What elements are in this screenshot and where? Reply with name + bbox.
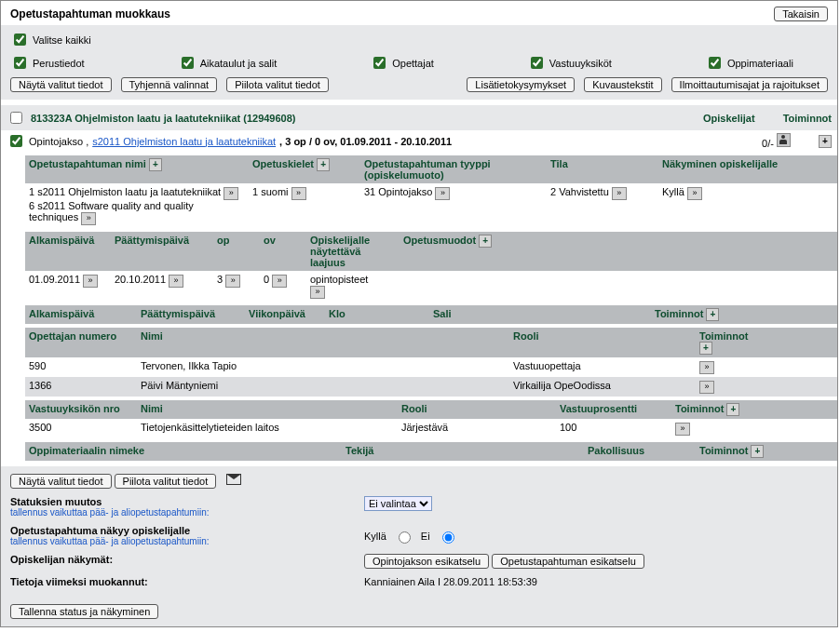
unit-rooli: Järjestävä [398,419,556,438]
select-all-label: Valitse kaikki [33,34,91,46]
teacher-name-1: Tervonen, Ilkka Tapio [137,357,509,377]
ei-radio[interactable] [442,531,454,544]
expand-nimi-button[interactable]: + [149,158,162,171]
page-title: Opetustapahtuman muokkaus [10,7,170,20]
col-oprooli: Rooli [509,328,696,357]
back-button[interactable]: Takaisin [774,7,828,21]
cell-paattymis: 20.10.2011 [115,274,166,285]
col-sali: Sali [429,305,651,324]
status-change-sub: tallennus vaikuttaa pää- ja aliopetustap… [10,507,364,518]
teacher-role-2: Virkailija OpeOodissa [509,377,696,397]
add-schedule-button[interactable]: + [706,308,719,321]
col-ov: ov [260,232,306,271]
col-alkamis2: Alkamispäivä [25,305,137,324]
cell-kielet: 1 suomi [252,186,289,197]
opettajat-label: Opettajat [392,58,434,69]
kylla-radio[interactable] [399,531,411,544]
save-status-button[interactable]: Tallenna status ja näkyminen [10,604,158,619]
edit-icon[interactable]: » [675,423,690,436]
description-button[interactable]: Kuvaustekstit [584,77,661,92]
expand-kielet-button[interactable]: + [317,158,330,171]
col-paattymis2: Päättymispäivä [137,305,245,324]
col-nimi: Opetustapahtuman nimi [29,158,146,169]
clear-selection-button[interactable]: Tyhjennä valinnat [121,77,218,92]
col-laajuus: Opiskelijalle näytettävä laajuus [306,232,400,271]
last-modified-label: Tietoja viimeksi muokannut: [10,576,364,587]
add-teacher-button[interactable]: + [699,342,712,355]
registration-button[interactable]: Ilmoittautumisajat ja rajoitukset [671,77,828,92]
add-material-button[interactable]: + [751,445,764,458]
course-details: , 3 op / 0 ov, 01.09.2011 - 20.10.2011 [279,136,452,147]
extra-questions-button[interactable]: Lisätietokysymykset [467,77,575,92]
col-vastuu-nimi: Nimi [137,400,398,419]
edit-icon[interactable]: » [687,187,702,200]
cell-laajuus: opintopisteet [310,274,368,285]
envelope-icon[interactable] [226,474,241,485]
subcourse-checkbox[interactable] [10,135,22,147]
col-opnum: Opettajan numero [25,328,137,357]
edit-icon[interactable]: » [224,187,238,200]
teacher-name-2: Päivi Mäntyniemi [137,377,509,397]
ei-label: Ei [421,531,430,542]
status-change-label: Statuksien muutos [10,496,364,507]
add-action-button[interactable]: + [819,135,832,148]
col-klo: Klo [325,305,429,324]
edit-icon[interactable]: » [435,187,450,200]
cell-nimi-1: 1 s2011 Ohjelmiston laatu ja laatuteknii… [29,186,221,197]
aikataulut-label: Aikataulut ja salit [200,58,278,69]
course-checkbox[interactable] [10,112,22,124]
edit-icon[interactable]: » [612,187,627,200]
col-vastuu-rooli: Rooli [398,400,556,419]
col-opnimi: Nimi [137,328,509,357]
cell-op: 3 [217,274,223,285]
person-icon[interactable] [777,133,791,147]
status-select[interactable]: Ei valintaa [364,496,432,511]
teacher-num-1: 590 [25,357,137,377]
course-preview-button[interactable]: Opintojakson esikatselu [364,554,489,569]
edit-icon[interactable]: » [83,275,98,288]
unit-nro: 3500 [25,419,137,438]
col-material-tekija: Tekijä [342,442,584,461]
aikataulut-checkbox[interactable] [182,57,194,69]
kylla-label: Kyllä [364,531,386,542]
oppimateriaali-label: Oppimateriaali [727,58,793,69]
edit-icon[interactable]: » [169,275,183,288]
course-type-label: Opintojakso , [29,136,88,147]
perustiedot-checkbox[interactable] [14,57,26,69]
expand-muodot-button[interactable]: + [479,235,492,248]
edit-icon[interactable]: » [310,286,325,299]
cell-tila: 2 Vahvistettu [550,186,609,197]
cell-nimi-2: 6 s2011 Software quality and quality tec… [29,200,194,222]
col-material-nimeke: Oppimateriaalin nimeke [25,442,342,461]
course-link[interactable]: s2011 Ohjelmiston laatu ja laatutekniika… [92,136,276,147]
edit-icon[interactable]: » [699,381,714,394]
student-views-label: Opiskelijan näkymät: [10,554,364,565]
show-selected-button[interactable]: Näytä valitut tiedot [10,77,112,92]
students-count: 0/- [762,138,774,149]
col-material-pakollisuus: Pakollisuus [584,442,696,461]
event-preview-button[interactable]: Opetustapahtuman esikatselu [492,554,644,569]
vastuuyksikot-checkbox[interactable] [531,57,543,69]
col-tila: Tila [550,158,568,169]
select-all-checkbox[interactable] [14,34,26,46]
add-unit-button[interactable]: + [726,403,739,416]
edit-icon[interactable]: » [81,212,96,225]
edit-icon[interactable]: » [272,275,287,288]
opettajat-checkbox[interactable] [373,57,386,69]
edit-icon[interactable]: » [225,275,240,288]
course-title: 813323A Ohjelmiston laatu ja laatuteknii… [31,113,296,124]
teacher-role-1: Vastuuopettaja [509,357,696,377]
show-selected-button-2[interactable]: Näytä valitut tiedot [10,474,112,489]
col-nakyminen: Näkyminen opiskelijalle [662,158,778,169]
col-kielet: Opetuskielet [252,158,314,169]
visibility-label: Opetustapahtuma näkyy opiskelijalle [10,525,364,536]
unit-prosentti: 100 [556,419,671,438]
visibility-sub: tallennus vaikuttaa pää- ja aliopetustap… [10,536,364,546]
hide-selected-button[interactable]: Piilota valitut tiedot [226,77,329,92]
edit-icon[interactable]: » [291,187,306,200]
hide-selected-button-2[interactable]: Piilota valitut tiedot [115,474,217,489]
opiskelijat-header: Opiskelijat [703,113,755,124]
edit-icon[interactable]: » [699,361,714,374]
oppimateriaali-checkbox[interactable] [709,57,721,69]
cell-ov: 0 [264,274,269,285]
